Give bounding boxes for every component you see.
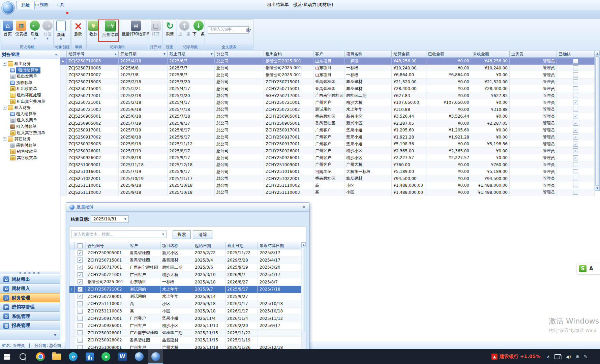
table-row[interactable]: ZCJS2507150032025/2/182025/3/20总公司ZCHY25… — [60, 79, 595, 86]
dialog-table-row[interactable]: ZCHY250917001广州客户坚果小姐2025/11/42026/11/42… — [69, 315, 305, 322]
table-row[interactable]: ZCJS2510160012025/7/192025/8/17总公司ZCHY25… — [60, 168, 595, 175]
dialog-column-header-起始日期[interactable]: 起始日期 — [193, 242, 226, 249]
tab-tools[interactable]: 工具 — [51, 1, 69, 9]
table-row[interactable]: ▸ZCJS2507100052025/4/182025/6/7总公司钢管公司20… — [60, 58, 595, 65]
contract-select-checkbox[interactable] — [78, 294, 83, 299]
confirmed-checkbox[interactable] — [573, 162, 578, 167]
sidebar-item-预收款单[interactable]: ▦预收款单 — [0, 80, 70, 86]
contract-search-input[interactable]: 输入搜索文本，搜索... ▼ — [71, 231, 167, 238]
column-header-客户[interactable]: 客户 — [313, 51, 344, 58]
sidebar-item-采购付款单[interactable]: ⌂采购付款单 — [0, 142, 70, 149]
blue-app-icon[interactable] — [82, 349, 97, 364]
wechat-icon[interactable] — [98, 349, 113, 364]
tab-view[interactable]: 视图 — [35, 1, 53, 9]
contract-select-checkbox[interactable] — [78, 257, 83, 263]
sidebar-item-租出收款单[interactable]: ¤租出收款单 — [0, 86, 70, 92]
contract-select-checkbox[interactable] — [78, 272, 83, 277]
zhudongli-app-icon[interactable] — [132, 349, 147, 364]
dialog-column-header-最近结算日期[interactable]: 最近结算日期 — [258, 242, 305, 249]
contract-select-checkbox[interactable] — [78, 250, 83, 255]
table-row[interactable]: ZCJS2511100012025/9/182025/10/18总公司ZCHY2… — [60, 182, 595, 189]
word-icon[interactable]: W — [115, 349, 130, 364]
contract-select-checkbox[interactable] — [78, 316, 83, 321]
contract-select-checkbox[interactable] — [78, 330, 83, 335]
dialog-table-row[interactable]: ZCHY250926001广州客户梅沙小区2025/11/132026/2/20… — [69, 322, 305, 330]
sidebar-item-其它收支单[interactable]: ◎其它收支单 — [0, 155, 70, 161]
confirmed-checkbox[interactable] — [573, 114, 578, 119]
confirmed-checkbox[interactable] — [573, 155, 578, 160]
sidebar-nav-周材租出[interactable]: ⌂周材租出 — [0, 275, 60, 284]
sidebar-item-销售收款单[interactable]: ¤销售收款单 — [0, 148, 70, 155]
sidebar-item-租入财务[interactable]: −租入财务 — [0, 104, 62, 111]
your-phone-icon[interactable] — [554, 354, 561, 359]
stock-ticker-widget[interactable]: ▲ 建设银行 +1.05% — [491, 349, 540, 364]
confirmed-checkbox[interactable] — [573, 142, 578, 147]
dialog-table-row[interactable]: 钢管公司2025-001山东项目一标段2025/4/182026/8/27202… — [69, 278, 305, 286]
chrome-icon[interactable] — [33, 349, 48, 364]
table-row[interactable]: ZCJS2510090012025/11/182025/12/18总公司ZCHY… — [60, 161, 595, 169]
dialog-table-row[interactable]: ZCHY250928001广西南宁碧桂园碧桂园二期2025/11/152025/… — [69, 330, 305, 337]
column-header-项目名称[interactable]: 项目名称 — [344, 51, 392, 58]
confirmed-checkbox[interactable] — [573, 79, 578, 84]
sidebar-item-租出其它费用单[interactable]: ◎租出其它费用单 — [0, 98, 70, 105]
ribbon-button-收款[interactable]: ¥收款 — [87, 21, 99, 37]
dialog-table-row[interactable]: ZCHY250728001测试用的水上年华2025/9/142025/9/27 — [69, 293, 305, 301]
ribbon-button-删除[interactable]: ×删除 — [72, 21, 84, 37]
nav-options-chevron-icon[interactable]: ▼ — [54, 333, 56, 337]
tray-expand-icon[interactable]: ∧ — [547, 354, 550, 359]
dialog-table-row[interactable]: ZCHY251110002高小区2025/9/182026/3/172025/1… — [69, 300, 305, 308]
sidebar-item-其它财务[interactable]: −其它财务 — [0, 136, 62, 142]
contract-select-checkbox[interactable] — [78, 301, 83, 306]
sidebar-splitter[interactable]: ● ● ● ● ● — [0, 271, 60, 274]
contract-select-checkbox[interactable] — [78, 323, 83, 328]
sidebar-item-租入付款单[interactable]: →租入付款单 — [0, 123, 70, 130]
table-row[interactable]: ZCJS2507210032025/6/182025/7/18总公司ZCHY25… — [60, 106, 595, 113]
column-header-分公司[interactable]: 分公司 — [215, 51, 264, 58]
column-header-租出合约[interactable]: 租出合约 — [264, 51, 313, 58]
ribbon-button-下一条[interactable]: ↓下一条 — [192, 21, 205, 37]
contract-select-checkbox[interactable] — [78, 279, 83, 284]
confirmed-checkbox[interactable] — [573, 169, 578, 174]
dialog-table-row[interactable]: SGHY250717001广西南宁碧桂园碧桂园二期2025/3/62025/9/… — [69, 264, 305, 271]
contract-select-checkbox[interactable] — [78, 309, 83, 314]
sidebar-item-租出坏账处理[interactable]: !租出坏账处理 — [0, 92, 70, 98]
volume-icon[interactable]: ◀) — [566, 354, 571, 359]
table-row[interactable]: ZCJS2509050012025/6/182025/7/18总公司ZCHY25… — [60, 113, 595, 120]
app-logo-icon[interactable] — [1, 1, 15, 15]
tab-start[interactable]: 开始 — [16, 1, 35, 9]
table-row[interactable]: ZCJS2511100032025/9/182025/10/18总公司ZCHY2… — [60, 189, 595, 196]
table-row[interactable]: ZCJS2509050022025/7/192025/8/17总公司ZCHY25… — [60, 120, 595, 127]
tree-expander-icon[interactable]: − — [3, 137, 6, 141]
scroll-thumb[interactable] — [595, 56, 600, 186]
contract-select-checkbox[interactable] — [78, 287, 83, 292]
dialog-table-row[interactable]: ZCHY251110003高小区2025/9/182026/1/172025/1… — [69, 308, 305, 315]
pen-icon[interactable]: ✎ — [584, 354, 587, 359]
select-all-header[interactable] — [74, 242, 86, 249]
explorer-icon[interactable] — [49, 349, 64, 364]
table-row[interactable]: ZCJS2510220012025/10/192025/11/17总公司ZCHY… — [60, 175, 595, 182]
start-icon[interactable] — [0, 349, 14, 364]
dialog-titlebar[interactable]: 批量结算 ✕ — [66, 203, 309, 212]
confirmed-checkbox[interactable] — [573, 72, 578, 78]
ribbon-button-批量打印结算单[interactable]: ▤批量打印结算单 — [121, 21, 151, 37]
sogou-icon[interactable]: S — [579, 265, 587, 272]
confirmed-checkbox[interactable] — [573, 176, 578, 181]
table-row[interactable]: ZCJS2507210012025/2/182025/4/17总公司ZCHY25… — [60, 99, 595, 106]
ribbon-button-刷新[interactable]: ↻刷新 — [164, 21, 176, 37]
confirmed-checkbox[interactable] — [573, 107, 578, 112]
sidebar-item-租出结算单[interactable]: ▦租出结算单 — [0, 67, 70, 73]
table-row[interactable]: ZCJS2507100062025/6/82025/7/7总公司钢管公司2025… — [60, 65, 595, 72]
dialog-scroll-thumb[interactable] — [302, 248, 305, 332]
network-icon[interactable]: ⊕ — [576, 354, 579, 359]
sidebar-nav-周材租入[interactable]: ⌂周材租入 — [0, 284, 60, 293]
column-header-开始日期[interactable]: 开始日期▼ — [119, 51, 168, 58]
sidebar-nav-报表管理[interactable]: ▦报表管理 — [0, 321, 60, 330]
keyword-search-input[interactable]: 请输入关键字... — [208, 26, 249, 34]
collapse-sidebar-icon[interactable]: « — [55, 52, 58, 57]
dialog-column-header-截止日期[interactable]: 截止日期 — [226, 242, 258, 249]
input-method-widget[interactable]: S A — [577, 263, 600, 274]
dialog-table-row[interactable]: IZCHY250721002测试用的水上年华2025/9/72025/9/172… — [69, 286, 305, 293]
dialog-close-icon[interactable]: ✕ — [302, 205, 306, 210]
dialog-column-header-项目名称[interactable]: 项目名称 — [160, 242, 193, 249]
table-row[interactable]: ZCJS2509170012025/7/192025/8/17总公司ZCHY25… — [60, 127, 595, 134]
